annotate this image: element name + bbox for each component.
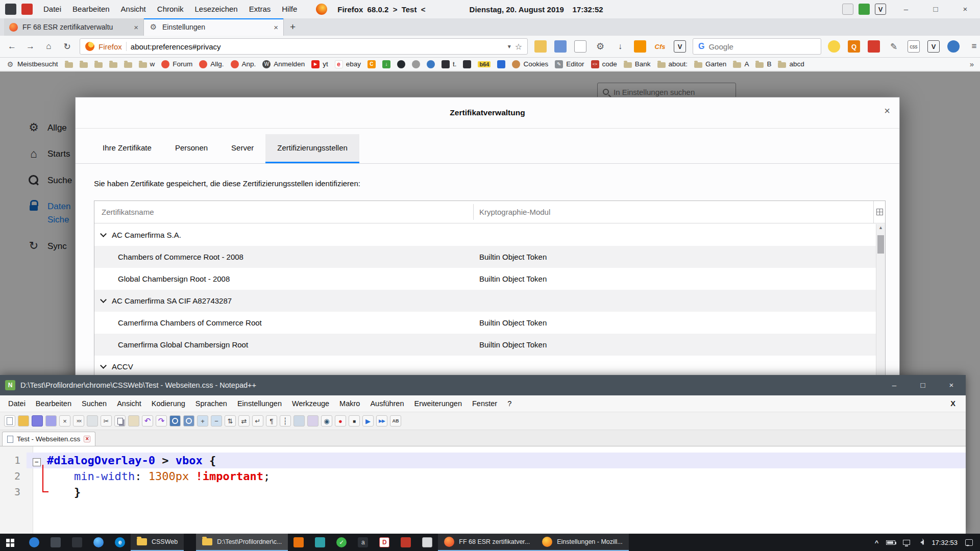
bookmark-item[interactable]: Allg. <box>199 60 224 68</box>
npp-toolbar-icon[interactable] <box>335 415 346 427</box>
certificate-row[interactable]: Camerfirma Chambers of Commerce Root Bui… <box>94 312 876 334</box>
toolbar-icon[interactable] <box>828 40 840 53</box>
npp-menu-item[interactable]: Sprachen <box>190 395 232 412</box>
toolbar-icon[interactable] <box>594 40 606 53</box>
v-addon-icon[interactable]: V <box>875 4 886 15</box>
maximize-button[interactable]: □ <box>921 0 950 18</box>
notepadpp-titlebar[interactable]: D:\Test\Profilordner\chrome\CSSWeb\Test … <box>0 375 966 395</box>
url-bar[interactable]: Firefox about:preferences#privacy ▾ ☆ <box>80 38 528 55</box>
code-text[interactable]: #dialogOverlay-0 > vbox { <box>47 453 966 468</box>
fold-margin[interactable]: − <box>27 453 47 468</box>
certificate-row[interactable]: AC Camerfirma SA CIF A82743287 <box>94 290 876 312</box>
table-scrollbar[interactable]: ▲ <box>876 224 885 378</box>
npp-menu-item[interactable]: ? <box>502 395 517 412</box>
taskbar-app-icon[interactable] <box>374 534 395 551</box>
dialog-tab[interactable]: Server <box>219 134 265 162</box>
hamburger-menu-button[interactable]: ≡ <box>966 41 980 52</box>
npp-toolbar-icon[interactable] <box>114 415 126 427</box>
tab-close-icon[interactable]: × <box>274 23 278 32</box>
toolbar-icon[interactable] <box>554 40 567 53</box>
urlbar-dropdown-icon[interactable]: ▾ <box>508 43 511 50</box>
npp-menu-item[interactable]: Ansicht <box>112 395 146 412</box>
npp-menu-item[interactable]: Werkzeuge <box>287 395 334 412</box>
bookmark-item[interactable]: Bank <box>624 60 651 68</box>
new-tab-button[interactable]: + <box>284 21 302 33</box>
taskbar-app-icon[interactable] <box>288 534 309 551</box>
toolbar-icon[interactable] <box>927 40 940 53</box>
bookmark-item[interactable]: b64 <box>478 61 491 67</box>
bookmark-item[interactable]: about: <box>657 60 688 68</box>
taskbar-app-icon[interactable] <box>331 534 352 551</box>
toolbar-icon[interactable] <box>868 40 880 53</box>
taskbar-button-firefox-certs[interactable]: FF 68 ESR zertifikatver... <box>438 534 536 551</box>
npp-menu-item[interactable]: Einstellungen <box>232 395 287 412</box>
npp-toolbar-icon[interactable] <box>307 415 318 427</box>
bookmark-item[interactable]: abcd <box>778 60 804 68</box>
bookmark-item[interactable]: Anmelden <box>262 60 305 68</box>
npp-minimize-button[interactable]: – <box>880 375 909 395</box>
dialog-tab[interactable]: Ihre Zertifikate <box>91 134 163 162</box>
start-button[interactable] <box>0 534 23 551</box>
taskbar-app-icon[interactable] <box>88 534 109 551</box>
taskbar-app-icon[interactable] <box>309 534 331 551</box>
menu-item[interactable]: Extras <box>243 0 277 18</box>
bookmark-item[interactable] <box>80 61 88 68</box>
bookmark-item[interactable]: Garten <box>694 60 726 68</box>
close-button[interactable]: × <box>950 0 980 18</box>
tab-close-icon[interactable]: × <box>134 23 138 32</box>
toolbar-icon[interactable] <box>947 40 960 53</box>
npp-menu-item[interactable]: Bearbeiten <box>31 395 77 412</box>
menu-item[interactable]: Hilfe <box>276 0 303 18</box>
npp-doc-close-icon[interactable]: X <box>950 399 963 408</box>
bookmark-item[interactable] <box>463 60 471 68</box>
menu-item[interactable]: Bearbeiten <box>67 0 115 18</box>
npp-maximize-button[interactable]: □ <box>909 375 937 395</box>
fold-toggle-icon[interactable]: − <box>33 458 41 466</box>
scrollbar-thumb[interactable] <box>877 235 884 254</box>
red-grid-icon[interactable] <box>21 4 33 15</box>
green-addon-icon[interactable] <box>859 4 870 15</box>
bookmark-item[interactable]: Anp. <box>231 60 256 68</box>
bookmark-item[interactable] <box>497 60 505 68</box>
forward-button[interactable]: → <box>22 41 38 52</box>
npp-menu-item[interactable]: Makro <box>334 395 365 412</box>
reload-button[interactable]: ↻ <box>59 41 75 52</box>
certificate-row[interactable]: ACCV <box>94 356 876 378</box>
toolbar-icon[interactable] <box>888 40 900 53</box>
bookmark-item[interactable]: Meistbesucht <box>6 60 58 68</box>
dialog-tab[interactable]: Zertifizierungsstellen <box>265 134 359 163</box>
npp-toolbar-icon[interactable] <box>59 415 70 427</box>
code-text[interactable]: min-width: 1300px !important; <box>47 468 966 484</box>
bookmark-item[interactable]: A <box>733 60 749 68</box>
bookmark-item[interactable]: t. <box>442 60 457 68</box>
npp-toolbar-icon[interactable] <box>280 415 291 427</box>
back-button[interactable]: ← <box>4 41 20 52</box>
menu-item[interactable]: Ansicht <box>115 0 152 18</box>
taskbar-app-icon[interactable] <box>66 534 88 551</box>
code-text[interactable]: } <box>47 484 966 500</box>
clock[interactable]: 17:32:53 <box>932 539 958 546</box>
npp-toolbar-icon[interactable] <box>349 415 360 427</box>
npp-toolbar-icon[interactable] <box>156 415 167 427</box>
bookmark-item[interactable] <box>124 61 132 68</box>
toolbar-icon[interactable] <box>674 40 686 53</box>
tray-expand-icon[interactable]: ^ <box>875 539 879 546</box>
bookmark-item[interactable]: Cookies <box>512 60 548 68</box>
notification-center-icon[interactable] <box>965 539 973 546</box>
toolbar-icon[interactable] <box>534 40 547 53</box>
npp-toolbar-icon[interactable] <box>183 415 194 427</box>
npp-toolbar-icon[interactable] <box>225 415 236 427</box>
npp-menu-item[interactable]: Suchen <box>77 395 112 412</box>
keypad-icon[interactable] <box>842 4 853 15</box>
code-line[interactable]: 1−#dialogOverlay-0 > vbox { <box>0 453 966 468</box>
npp-toolbar-icon[interactable] <box>87 415 98 427</box>
npp-toolbar-icon[interactable] <box>142 415 153 427</box>
npp-toolbar-icon[interactable] <box>73 415 84 427</box>
taskbar-app-icon[interactable] <box>109 534 131 551</box>
bookmarks-overflow-button[interactable]: » <box>970 60 974 68</box>
taskbar-button-cssweb[interactable]: CSSWeb <box>131 534 184 551</box>
npp-document-tab[interactable]: Test - Webseiten.css × <box>2 432 95 446</box>
column-header-name[interactable]: Zertifikatsname <box>102 201 154 223</box>
bookmark-item[interactable] <box>368 60 376 68</box>
npp-toolbar-icon[interactable] <box>18 415 29 427</box>
